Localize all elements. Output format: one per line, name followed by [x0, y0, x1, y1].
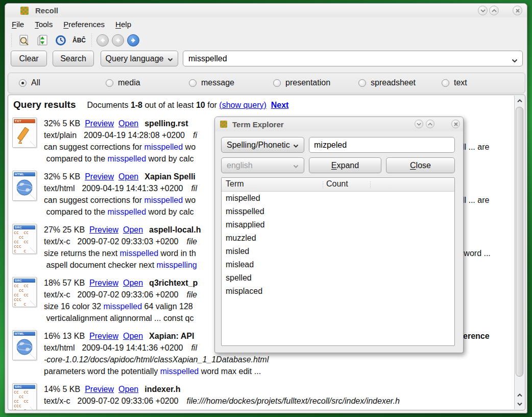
term-input[interactable]	[314, 138, 447, 152]
close-button[interactable]	[513, 6, 522, 15]
radio-button[interactable]	[189, 79, 197, 87]
file-url: fil	[191, 343, 197, 352]
update-index-icon[interactable]	[35, 33, 50, 48]
snippet-text: word by calc	[146, 154, 194, 163]
preview-link[interactable]: Preview	[85, 172, 114, 181]
chevron-down-icon	[293, 141, 299, 150]
term-row[interactable]: mislead	[222, 258, 454, 271]
expand-button[interactable]: Expand	[309, 157, 381, 173]
filter-message[interactable]: message	[189, 78, 234, 87]
preview-link[interactable]: Preview	[89, 225, 118, 234]
filter-presentation[interactable]: presentation	[273, 78, 330, 87]
term-input-field[interactable]	[309, 137, 455, 153]
open-link[interactable]: Open	[123, 279, 143, 287]
language-dropdown[interactable]: english	[221, 157, 304, 173]
dialog-maximize-button[interactable]	[426, 120, 434, 128]
results-header: Query resultsDocuments 1-8 out of at lea…	[13, 99, 288, 110]
file-type-label: HTML	[14, 172, 35, 176]
timestamp: 2009-07-02 09:33:03 +0200	[78, 237, 179, 246]
term-cell: misapplied	[226, 220, 264, 229]
menu-file[interactable]: File	[12, 20, 24, 29]
menu-tools[interactable]: Tools	[35, 20, 53, 29]
highlighted-term: misspelled	[108, 207, 147, 216]
next-page-link[interactable]: Next	[271, 101, 289, 109]
relevance-and-size: 27% 25 KB	[44, 225, 85, 234]
term-cell: muzzled	[226, 234, 256, 242]
scroll-down-icon[interactable]	[515, 400, 525, 408]
radio-button[interactable]	[442, 79, 449, 87]
dialog-title-bar[interactable]: Term Explorer	[215, 117, 463, 131]
open-link[interactable]: Open	[118, 119, 138, 128]
column-resize-handle[interactable]	[370, 181, 371, 188]
show-query-link[interactable]: (show query)	[219, 101, 266, 109]
menu-help[interactable]: Help	[115, 20, 131, 29]
minimize-button[interactable]	[478, 6, 488, 15]
radio-button[interactable]	[273, 79, 281, 87]
clear-button[interactable]: Clear	[11, 51, 47, 66]
scroll-up-icon[interactable]	[515, 391, 525, 399]
search-input[interactable]	[188, 52, 495, 65]
search-button[interactable]: Search	[53, 51, 94, 66]
highlighted-term: misspelled	[120, 249, 159, 258]
dialog-close-button[interactable]	[451, 120, 460, 128]
search-query-combobox[interactable]	[183, 51, 523, 66]
open-link[interactable]: Open	[123, 225, 143, 234]
count-column-header[interactable]: Count	[326, 179, 348, 189]
back-icon[interactable]	[96, 34, 109, 47]
term-table-header[interactable]: Term Count	[222, 178, 454, 192]
term-column-header[interactable]: Term	[226, 179, 244, 189]
term-row[interactable]: mispelled	[222, 192, 454, 205]
dialog-close-action-button[interactable]: Close	[386, 157, 455, 173]
menu-preferences[interactable]: Preferences	[63, 20, 105, 29]
query-language-dropdown[interactable]: Query language	[101, 51, 178, 66]
preview-link[interactable]: Preview	[89, 332, 118, 340]
file-type-txt-icon: TXT	[12, 118, 37, 148]
document-preview-icon[interactable]	[17, 33, 31, 48]
chevron-down-icon	[480, 9, 486, 12]
forward-icon[interactable]	[127, 34, 139, 47]
radio-label: All	[31, 78, 40, 87]
filter-media[interactable]: media	[106, 78, 140, 87]
scroll-up-icon[interactable]	[515, 97, 525, 105]
snippet-text: word by calc	[146, 207, 194, 216]
term-row[interactable]: misspelled	[222, 205, 454, 218]
radio-button[interactable]	[19, 79, 27, 87]
file-type-label: SRC	[14, 385, 35, 389]
relevance-and-size: 32% 5 KB	[44, 119, 80, 128]
result-text: 32% 5 KBPreviewOpenspelling.rsttext/plai…	[44, 118, 197, 165]
preview-link[interactable]: Preview	[89, 279, 118, 287]
snippet-text: wo	[183, 143, 196, 151]
dialog-minimize-button[interactable]	[415, 120, 423, 128]
term-row[interactable]: misled	[222, 245, 454, 258]
chevron-down-icon[interactable]	[512, 56, 518, 65]
open-link[interactable]: Open	[118, 172, 138, 181]
filter-spreadsheet[interactable]: spreadsheet	[358, 78, 416, 87]
preview-link[interactable]: Preview	[85, 119, 114, 128]
preview-link[interactable]: Preview	[85, 385, 114, 393]
expansion-mode-dropdown[interactable]: Spelling/Phonetic	[221, 137, 304, 153]
radio-button[interactable]	[106, 79, 113, 87]
term-row[interactable]: spelled	[222, 271, 454, 285]
back-icon[interactable]	[112, 34, 124, 47]
maximize-button[interactable]	[489, 6, 499, 15]
filter-text[interactable]: text	[442, 78, 467, 87]
open-link[interactable]: Open	[123, 332, 143, 340]
term-row[interactable]: muzzled	[222, 231, 454, 245]
column-resize-handle[interactable]	[323, 181, 323, 188]
history-clock-icon[interactable]	[54, 33, 68, 48]
term-row[interactable]: misplaced	[222, 285, 454, 298]
term-row[interactable]: misapplied	[222, 218, 454, 231]
term-explorer-abc-icon[interactable]: ÅBĈ	[72, 33, 86, 48]
radio-label: spreadsheet	[371, 78, 416, 87]
radio-label: text	[454, 78, 467, 87]
result-meta-line: text/x-c2009-07-02 09:33:03 +0200file	[44, 236, 201, 247]
title-bar[interactable]: Recoll	[5, 4, 527, 17]
filter-all[interactable]: All	[19, 78, 40, 87]
snippet-text: aspell document checker next	[44, 261, 157, 269]
file-type-src-icon: SRCcc cc cc cc cc ccc c c	[12, 224, 37, 254]
open-link[interactable]: Open	[118, 385, 138, 393]
toolbar-handle[interactable]	[10, 34, 13, 47]
results-scrollbar[interactable]	[514, 96, 524, 409]
scrollbar-thumb[interactable]	[516, 107, 523, 377]
radio-button[interactable]	[358, 79, 366, 87]
